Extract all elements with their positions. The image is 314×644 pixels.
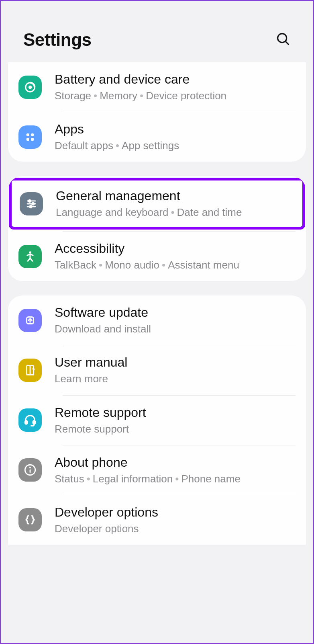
code-braces-icon bbox=[18, 508, 42, 531]
sliders-icon bbox=[20, 192, 43, 215]
svg-point-6 bbox=[27, 138, 29, 141]
svg-point-4 bbox=[27, 133, 29, 136]
page-title: Settings bbox=[23, 30, 92, 50]
settings-group-3: Software update Download and install ? U… bbox=[8, 295, 306, 544]
item-title: Accessibility bbox=[55, 240, 296, 256]
settings-group-2: General management Language and keyboard… bbox=[8, 176, 306, 281]
item-title: Apps bbox=[55, 121, 296, 137]
item-subtitle: Language and keyboard•Date and time bbox=[56, 205, 294, 219]
svg-text:?: ? bbox=[32, 367, 35, 373]
search-button[interactable] bbox=[273, 29, 293, 50]
item-subtitle: Status•Legal information•Phone name bbox=[55, 472, 296, 486]
headset-icon bbox=[18, 408, 42, 432]
svg-point-9 bbox=[29, 200, 31, 202]
app-header: Settings bbox=[1, 1, 313, 62]
settings-item-about-phone[interactable]: About phone Status•Legal information•Pho… bbox=[8, 445, 306, 495]
apps-icon bbox=[18, 125, 42, 149]
item-subtitle: TalkBack•Mono audio•Assistant menu bbox=[55, 258, 296, 272]
item-subtitle: Learn more bbox=[55, 372, 296, 386]
settings-item-apps[interactable]: Apps Default apps•App settings bbox=[8, 112, 306, 162]
info-icon bbox=[18, 458, 42, 482]
svg-rect-23 bbox=[30, 470, 31, 473]
svg-point-11 bbox=[32, 203, 34, 205]
item-title: Remote support bbox=[55, 404, 296, 420]
svg-point-5 bbox=[31, 133, 34, 136]
svg-point-0 bbox=[278, 34, 287, 43]
settings-item-developer-options[interactable]: Developer options Developer options bbox=[8, 495, 306, 545]
item-title: Software update bbox=[55, 304, 296, 320]
svg-point-3 bbox=[29, 85, 32, 89]
battery-care-icon bbox=[18, 76, 42, 99]
svg-point-14 bbox=[29, 251, 31, 254]
settings-item-accessibility[interactable]: Accessibility TalkBack•Mono audio•Assist… bbox=[8, 232, 306, 281]
search-icon bbox=[275, 42, 291, 48]
svg-point-13 bbox=[30, 205, 32, 208]
item-subtitle: Remote support bbox=[55, 422, 296, 436]
settings-item-user-manual[interactable]: ? User manual Learn more bbox=[8, 345, 306, 395]
item-subtitle: Developer options bbox=[55, 522, 296, 536]
item-title: General management bbox=[56, 188, 294, 204]
update-icon bbox=[18, 309, 42, 332]
accessibility-icon bbox=[18, 245, 42, 268]
item-title: Developer options bbox=[55, 504, 296, 520]
settings-item-remote-support[interactable]: Remote support Remote support bbox=[8, 396, 306, 445]
item-title: Battery and device care bbox=[55, 71, 296, 87]
svg-rect-20 bbox=[33, 421, 35, 425]
svg-rect-19 bbox=[25, 421, 27, 425]
book-icon: ? bbox=[18, 359, 42, 382]
svg-point-7 bbox=[31, 138, 34, 141]
item-title: About phone bbox=[55, 454, 296, 470]
settings-group-1: Battery and device care Storage•Memory•D… bbox=[8, 62, 306, 162]
svg-line-1 bbox=[285, 41, 289, 45]
item-title: User manual bbox=[55, 354, 296, 370]
settings-item-software-update[interactable]: Software update Download and install bbox=[8, 295, 306, 345]
settings-item-battery[interactable]: Battery and device care Storage•Memory•D… bbox=[8, 62, 306, 112]
item-subtitle: Download and install bbox=[55, 322, 296, 336]
svg-point-22 bbox=[29, 467, 31, 469]
settings-item-general-management[interactable]: General management Language and keyboard… bbox=[9, 178, 305, 230]
item-subtitle: Default apps•App settings bbox=[55, 139, 296, 153]
item-subtitle: Storage•Memory•Device protection bbox=[55, 89, 296, 103]
